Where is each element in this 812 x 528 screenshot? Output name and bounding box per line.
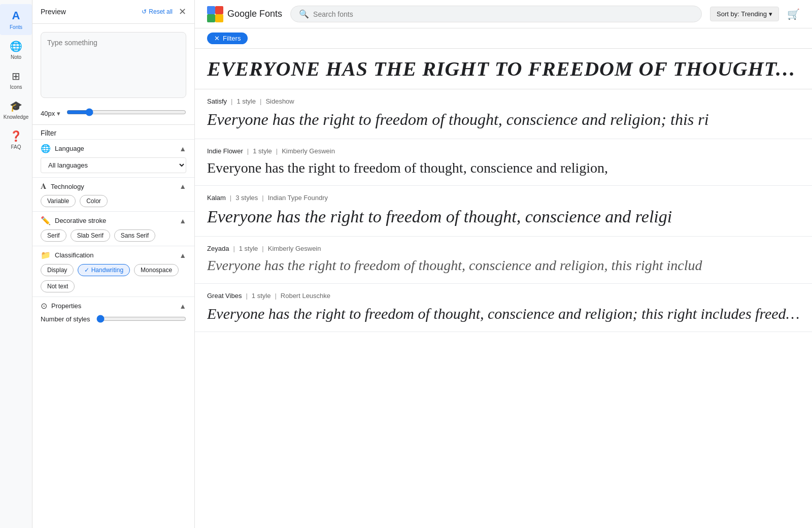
- sidebar-item-icons[interactable]: ⊞ Icons: [0, 65, 32, 95]
- main-content: Google Fonts 🔍 Sort by: Trending ▾ 🛒 ✕ F…: [195, 0, 812, 528]
- technology-label: Technology: [51, 183, 84, 190]
- zeyada-meta: Zeyada | 1 style | Kimberly Geswein: [207, 245, 800, 252]
- properties-expand-icon: ▲: [179, 302, 186, 310]
- chip-display[interactable]: Display: [41, 264, 74, 276]
- decorative-stroke-label: Decorative stroke: [55, 217, 106, 224]
- font-size-dropdown-arrow[interactable]: ▾: [57, 110, 60, 117]
- header-preview-text: EVERYONE HAS THE RIGHT TO FREEDOM OF THO…: [207, 57, 812, 80]
- filters-label: Filters: [223, 35, 241, 42]
- icons-label: Icons: [10, 84, 22, 90]
- satisfy-preview: Everyone has the right to freedom of tho…: [207, 109, 800, 130]
- cart-icon[interactable]: 🛒: [787, 8, 800, 20]
- sidebar-item-fonts[interactable]: A Fonts: [0, 4, 32, 35]
- font-size-slider[interactable]: [66, 108, 186, 116]
- properties-section-toggle[interactable]: ⊙ Properties ▲: [41, 301, 186, 311]
- language-select[interactable]: All languages: [41, 157, 186, 173]
- filters-badge[interactable]: ✕ Filters: [207, 32, 248, 44]
- knowledge-label: Knowledge: [4, 114, 28, 120]
- faq-icon: ❓: [10, 130, 22, 142]
- chip-color[interactable]: Color: [80, 195, 108, 207]
- font-size-row: 40px ▾: [32, 106, 194, 124]
- kalam-styles: 3 styles: [235, 194, 258, 202]
- technology-title-group: 𝐀 Technology: [41, 182, 84, 191]
- number-of-styles-slider[interactable]: [96, 315, 186, 323]
- chip-serif[interactable]: Serif: [41, 229, 66, 242]
- search-bar: 🔍: [290, 6, 702, 22]
- font-size-label: 40px ▾: [41, 110, 60, 117]
- technology-section-toggle[interactable]: 𝐀 Technology ▲: [41, 182, 186, 191]
- icons-icon: ⊞: [12, 70, 20, 82]
- technology-icon: 𝐀: [41, 182, 47, 191]
- indie-flower-author: Kimberly Geswein: [282, 147, 335, 155]
- properties-filter-section: ⊙ Properties ▲ Number of styles: [32, 296, 194, 327]
- sidebar-header: Preview ↺ Reset all ✕: [32, 0, 194, 24]
- font-entry-zeyada[interactable]: Zeyada | 1 style | Kimberly Geswein Ever…: [195, 237, 812, 283]
- sidebar-item-faq[interactable]: ❓ FAQ: [0, 125, 32, 155]
- kalam-author: Indian Type Foundry: [268, 194, 328, 202]
- sort-label: Sort by: Trending: [717, 10, 767, 18]
- great-vibes-styles: 1 style: [252, 292, 271, 300]
- language-label: Language: [55, 145, 84, 152]
- number-of-styles-label: Number of styles: [41, 315, 90, 323]
- font-list-header-preview: EVERYONE HAS THE RIGHT TO FREEDOM OF THO…: [195, 49, 812, 89]
- font-entry-indie-flower[interactable]: Indie Flower | 1 style | Kimberly Geswei…: [195, 139, 812, 186]
- language-section-toggle[interactable]: 🌐 Language ▲: [41, 144, 186, 153]
- close-sidebar-button[interactable]: ✕: [179, 6, 186, 17]
- classification-label: Classification: [55, 251, 94, 259]
- fonts-label: Fonts: [10, 24, 22, 30]
- decorative-stroke-chips: Serif Slab Serif Sans Serif: [41, 229, 186, 242]
- decorative-stroke-icon: ✏️: [41, 216, 51, 225]
- great-vibes-author: Robert Leuschke: [281, 292, 330, 300]
- preview-text-input[interactable]: [47, 39, 180, 91]
- font-size-value: 40px: [41, 110, 55, 117]
- great-vibes-meta: Great Vibes | 1 style | Robert Leuschke: [207, 292, 800, 300]
- kalam-meta: Kalam | 3 styles | Indian Type Foundry: [207, 194, 800, 202]
- logo-text: Google Fonts: [227, 9, 282, 19]
- preview-title: Preview: [41, 8, 66, 16]
- chip-variable[interactable]: Variable: [41, 195, 76, 207]
- fonts-icon: A: [12, 9, 20, 22]
- chip-not-text[interactable]: Not text: [41, 280, 75, 292]
- classification-expand-icon: ▲: [179, 251, 186, 259]
- chip-handwriting[interactable]: ✓ Handwriting: [78, 264, 130, 276]
- sidebar-item-noto[interactable]: 🌐 Noto: [0, 35, 32, 65]
- language-title-group: 🌐 Language: [41, 144, 84, 153]
- noto-icon: 🌐: [10, 40, 22, 52]
- noto-label: Noto: [11, 54, 21, 60]
- classification-section-toggle[interactable]: 📁 Classification ▲: [41, 250, 186, 260]
- reset-all-button[interactable]: ↺ Reset all: [142, 8, 173, 15]
- language-filter-section: 🌐 Language ▲ All languages: [32, 139, 194, 177]
- font-entry-kalam[interactable]: Kalam | 3 styles | Indian Type Foundry E…: [195, 186, 812, 237]
- filters-x-icon: ✕: [214, 35, 220, 42]
- zeyada-author: Kimberly Geswein: [268, 245, 321, 252]
- classification-chips: Display ✓ Handwriting Monospace Not text: [41, 264, 186, 292]
- zeyada-styles: 1 style: [239, 245, 258, 252]
- decorative-stroke-title-group: ✏️ Decorative stroke: [41, 216, 106, 225]
- font-list: EVERYONE HAS THE RIGHT TO FREEDOM OF THO…: [195, 49, 812, 528]
- logo: Google Fonts: [207, 6, 282, 22]
- svg-rect-2: [207, 14, 215, 22]
- indie-flower-styles: 1 style: [253, 147, 272, 155]
- font-size-slider-container: [66, 108, 186, 118]
- indie-flower-meta: Indie Flower | 1 style | Kimberly Geswei…: [207, 147, 800, 155]
- indie-flower-preview: Everyone has the right to freedom of tho…: [207, 159, 800, 177]
- zeyada-preview: Everyone has the right to freedom of tho…: [207, 256, 800, 275]
- search-input[interactable]: [313, 10, 693, 18]
- chip-monospace[interactable]: Monospace: [134, 264, 179, 276]
- decorative-stroke-section-toggle[interactable]: ✏️ Decorative stroke ▲: [41, 216, 186, 225]
- filter-label: Filter: [41, 129, 56, 137]
- svg-rect-3: [215, 14, 223, 22]
- chip-sans-serif[interactable]: Sans Serif: [114, 229, 155, 242]
- sidebar-panel: Preview ↺ Reset all ✕ 40px ▾ Filter 🌐: [32, 0, 195, 528]
- number-of-styles-row: Number of styles: [41, 315, 186, 323]
- font-entry-satisfy[interactable]: Satisfy | 1 style | Sideshow Everyone ha…: [195, 89, 812, 139]
- great-vibes-preview: Everyone has the right to freedom of tho…: [207, 304, 800, 323]
- svg-rect-0: [207, 6, 215, 14]
- classification-filter-section: 📁 Classification ▲ Display ✓ Handwriting…: [32, 246, 194, 296]
- kalam-preview: Everyone has the right to freedom of tho…: [207, 206, 800, 228]
- chip-slab-serif[interactable]: Slab Serif: [71, 229, 110, 242]
- properties-label: Properties: [51, 302, 81, 310]
- sort-button[interactable]: Sort by: Trending ▾: [710, 7, 779, 21]
- font-entry-great-vibes[interactable]: Great Vibes | 1 style | Robert Leuschke …: [195, 284, 812, 332]
- sidebar-item-knowledge[interactable]: 🎓 Knowledge: [0, 95, 32, 125]
